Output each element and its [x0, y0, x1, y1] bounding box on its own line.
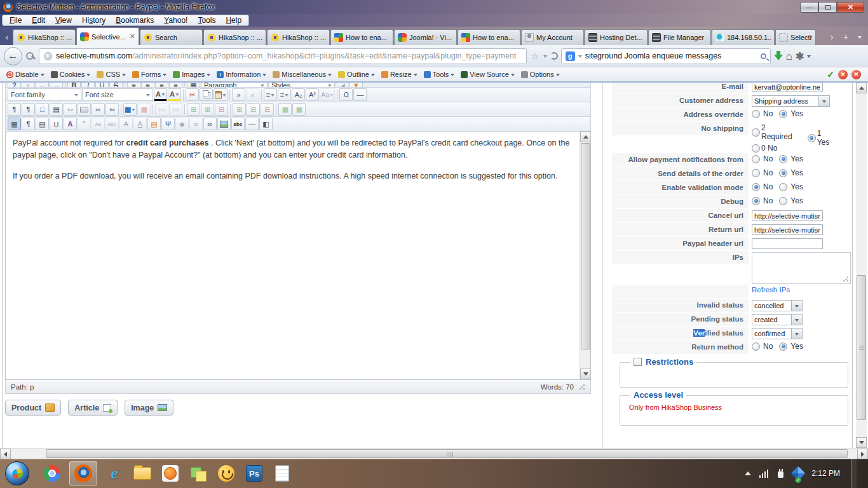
menu-tools[interactable]: Tools	[193, 16, 220, 25]
dev-menu-disable[interactable]: ∅Disable	[3, 71, 48, 78]
show-blocks-icon[interactable]: ¶	[22, 118, 35, 130]
start-orb-icon[interactable]	[5, 461, 29, 485]
scrollbar-thumb[interactable]	[46, 449, 848, 458]
abbreviation-icon[interactable]: AB	[92, 118, 105, 130]
minimize-button[interactable]: —	[800, 2, 818, 13]
dev-menu-miscellaneous[interactable]: Miscellaneous	[269, 71, 335, 78]
nonbreaking-icon[interactable]: ⊔	[50, 118, 63, 130]
address-override-radio-yes[interactable]	[779, 110, 787, 118]
page-scrollbar[interactable]	[856, 83, 867, 448]
dropbox-icon[interactable]	[791, 466, 806, 481]
superscript-icon[interactable]: A²	[306, 88, 319, 101]
align-center-icon[interactable]: ≡	[141, 83, 154, 87]
help-icon[interactable]: ?	[8, 83, 21, 87]
taskbar-messenger-icon[interactable]	[215, 461, 237, 485]
error-icon[interactable]: ✕	[838, 70, 848, 79]
case-change-icon[interactable]: Aa	[320, 88, 335, 101]
dev-menu-forms[interactable]: Forms	[129, 71, 170, 78]
allow-payment-notifications-from-radio-yes[interactable]	[779, 155, 787, 163]
browser-tab[interactable]: Search	[140, 29, 203, 45]
invalid-status-select[interactable]: cancelled	[752, 300, 803, 311]
dev-menu-information[interactable]: iInformation	[214, 71, 269, 78]
scroll-right-button[interactable]	[857, 449, 868, 459]
spellcheck-icon[interactable]: abc	[231, 118, 245, 130]
dropdown-button[interactable]	[818, 96, 829, 106]
resize-grip-icon[interactable]	[579, 384, 585, 390]
editor-text-area[interactable]: PayPal account not required for credit c…	[5, 131, 591, 380]
taskbar-firefox-icon[interactable]	[69, 461, 97, 485]
key-icon[interactable]	[25, 51, 36, 61]
scroll-up-button[interactable]	[580, 132, 591, 142]
restrictions-checkbox[interactable]	[634, 358, 642, 366]
style-props-icon[interactable]: A	[64, 118, 77, 130]
menu-bookmarks[interactable]: Bookmarks	[111, 16, 159, 25]
print-icon[interactable]	[78, 103, 91, 116]
tab-scroll-left-button[interactable]: ‹	[1, 29, 13, 45]
taskbar-windows-explorer-icon[interactable]	[132, 461, 153, 485]
paragraph-select[interactable]: Paragraph	[201, 83, 268, 87]
taskbar-photoshop-icon[interactable]: Ps	[243, 461, 265, 485]
debug-radio-no[interactable]	[752, 197, 760, 205]
fullscreen-icon[interactable]: □	[36, 103, 49, 116]
browser-tab[interactable]: How to ena...	[330, 29, 393, 45]
back-button[interactable]: ←	[4, 47, 22, 65]
link-icon[interactable]: ∞	[203, 118, 217, 130]
horizontal-scrollbar[interactable]	[0, 448, 868, 459]
bullet-list-icon[interactable]: ≡	[278, 88, 291, 101]
scroll-up-button[interactable]	[856, 83, 867, 93]
ified-status-select[interactable]: confirmed	[752, 328, 803, 339]
font-size-select[interactable]: Font size	[82, 88, 153, 101]
dropdown-button[interactable]	[791, 329, 802, 339]
bookmark-star-icon[interactable]: ☆	[530, 51, 540, 61]
merge-cells-icon[interactable]: ▦	[292, 103, 306, 116]
outdent-icon[interactable]: «	[246, 88, 259, 101]
styles-select[interactable]: Styles	[268, 83, 335, 87]
subscript-icon[interactable]: A₂	[292, 88, 305, 101]
url-dropdown-icon[interactable]	[543, 55, 547, 60]
image-icon[interactable]	[217, 118, 231, 130]
scrollbar-thumb[interactable]	[857, 275, 866, 420]
deletion-icon[interactable]: A	[119, 118, 133, 130]
browser-tab[interactable]: File Manager	[648, 29, 711, 45]
customer-address-select[interactable]: Shipping address	[752, 95, 830, 107]
browser-tab[interactable]: Selective...✕	[76, 27, 139, 45]
dev-menu-tools[interactable]: Tools	[421, 71, 458, 78]
enable-validation-mode-radio-yes[interactable]	[779, 183, 787, 191]
row-properties-icon[interactable]: ▭	[155, 103, 168, 116]
dev-menu-css[interactable]: CSS	[93, 71, 129, 78]
editor-content[interactable]: PayPal account not required for credit c…	[6, 132, 580, 196]
home-icon[interactable]: ⌂	[786, 51, 792, 62]
addon-icon[interactable]: ✱	[796, 50, 804, 62]
acronym-icon[interactable]: ABC	[105, 118, 119, 130]
search-icon[interactable]	[761, 53, 766, 59]
taskbar-sticky-notes-icon[interactable]	[187, 461, 209, 485]
overflow-chevron-icon[interactable]	[807, 55, 811, 60]
ips-textarea[interactable]	[752, 252, 851, 284]
col-before-icon[interactable]: ⊞	[233, 103, 246, 116]
dropdown-button[interactable]	[791, 301, 802, 311]
scrollbar-thumb[interactable]	[581, 143, 590, 349]
taskbar-media-player-icon[interactable]	[159, 461, 181, 485]
browser-tab[interactable]: HikaShop :: ...	[13, 29, 76, 45]
align-left-icon[interactable]: ≡	[127, 83, 140, 87]
bold-icon[interactable]: B	[67, 83, 81, 87]
italic-icon[interactable]: I	[81, 83, 95, 87]
article-button[interactable]: Article	[68, 400, 118, 416]
blockquote-icon[interactable]: ”	[78, 118, 91, 130]
browser-tab[interactable]: HikaShop :: ...	[203, 29, 266, 45]
cancel-url-input[interactable]	[752, 210, 823, 221]
menu-view[interactable]: View	[50, 16, 77, 25]
undo-icon[interactable]: ←	[36, 83, 49, 87]
address-override-radio-no[interactable]	[752, 110, 760, 118]
scroll-left-button[interactable]	[0, 449, 11, 459]
dev-menu-view-source[interactable]: View Source	[458, 71, 518, 78]
show-desktop-button[interactable]	[851, 459, 857, 488]
clock[interactable]: 2:12 PM	[811, 469, 840, 478]
send-details-of-the-order-radio-yes[interactable]	[779, 169, 787, 177]
close-button[interactable]: ✕	[837, 2, 864, 13]
dev-menu-outline[interactable]: Outline	[335, 71, 378, 78]
copy-icon[interactable]	[200, 88, 213, 101]
backcolor-icon[interactable]: A	[168, 88, 181, 101]
paragraph-rtl-icon[interactable]: ¶	[22, 103, 35, 116]
tab-list-button[interactable]	[853, 30, 866, 44]
